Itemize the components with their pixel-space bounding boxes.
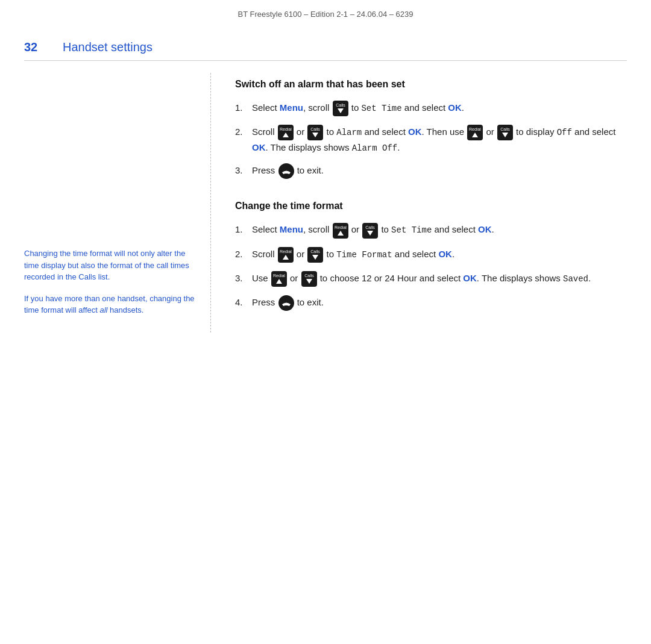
end-call-icon	[278, 295, 294, 311]
step-text: Scroll or to Time Format and select OK.	[252, 247, 627, 263]
step-2-3: 3. Use or to choose 12 or 24 Hour and se…	[235, 271, 627, 287]
step-num: 3.	[235, 163, 252, 178]
ok-keyword: OK	[463, 273, 477, 283]
step-text: Scroll or to Alarm and select OK. Then u…	[252, 125, 627, 155]
ok-keyword: OK	[478, 224, 492, 234]
subsection-change-time-format: Change the time format 1. Select Menu, s…	[235, 201, 627, 310]
step-text: Select Menu, scroll or to Set Time and s…	[252, 222, 627, 238]
step-2-2: 2. Scroll or to Time Format and select O…	[235, 247, 627, 263]
off-mono: Off	[557, 128, 572, 137]
step-text: Select Menu, scroll to Set Time and sele…	[252, 101, 627, 116]
page-layout: 32 Handset settings Changing the time fo…	[0, 23, 651, 333]
step-1-2: 2. Scroll or to Alarm and select OK. The…	[235, 125, 627, 155]
menu-keyword: Menu	[280, 102, 303, 113]
set-time-mono: Set Time	[391, 225, 432, 235]
step-num: 2.	[235, 125, 252, 139]
content-area: Changing the time format will not only a…	[24, 73, 627, 333]
calls-down-icon	[333, 101, 348, 116]
time-format-mono: Time Format	[336, 250, 392, 260]
step-2-4: 4. Press to exit.	[235, 295, 627, 311]
end-call-icon	[278, 163, 294, 179]
step-num: 3.	[235, 271, 252, 286]
calls-down-icon	[307, 247, 323, 263]
redial-up-icon	[333, 223, 348, 239]
step-1-1: 1. Select Menu, scroll to Set Time and s…	[235, 101, 627, 116]
step-2-1: 1. Select Menu, scroll or to Set Time an…	[235, 222, 627, 238]
main-content: Switch off an alarm that has been set 1.…	[211, 73, 627, 333]
section-header: 32 Handset settings	[24, 23, 627, 61]
step-num: 1.	[235, 222, 252, 237]
alarm-off-mono: Alarm Off	[352, 143, 398, 153]
ok-keyword: OK	[448, 102, 462, 113]
step-text: Press to exit.	[252, 295, 627, 311]
subsection-switch-off-alarm: Switch off an alarm that has been set 1.…	[235, 79, 627, 179]
subsection-2-title: Change the time format	[235, 201, 627, 211]
calls-down-icon	[362, 223, 378, 239]
step-num: 2.	[235, 247, 252, 261]
page-header: BT Freestyle 6100 – Edition 2-1 – 24.06.…	[0, 0, 651, 23]
sidebar: Changing the time format will not only a…	[24, 73, 211, 333]
section-number: 32	[24, 40, 48, 54]
redial-up-icon	[278, 247, 294, 263]
saved-mono: Saved	[563, 274, 588, 284]
sidebar-note-1: Changing the time format will not only a…	[24, 248, 198, 283]
ok-keyword: OK	[438, 249, 452, 259]
alarm-mono: Alarm	[336, 128, 362, 137]
section-title: Handset settings	[63, 40, 153, 54]
subsection-1-title: Switch off an alarm that has been set	[235, 79, 627, 90]
step-text: Press to exit.	[252, 163, 627, 179]
ok-keyword: OK	[408, 127, 422, 137]
step-text: Use or to choose 12 or 24 Hour and selec…	[252, 271, 627, 287]
calls-down-icon	[301, 271, 317, 287]
set-time-mono: Set Time	[361, 104, 401, 113]
step-1-3: 3. Press to exit.	[235, 163, 627, 179]
step-num: 1.	[235, 101, 252, 115]
step-num: 4.	[235, 295, 252, 310]
ok-keyword: OK	[252, 142, 266, 152]
calls-down-icon	[307, 125, 323, 140]
sidebar-note-2: If you have more than one handset, chang…	[24, 293, 198, 316]
sidebar-note-2-text: If you have more than one handset, chang…	[24, 294, 195, 315]
redial-up-icon	[271, 271, 287, 287]
calls-down-icon	[497, 125, 513, 140]
redial-up-icon	[467, 125, 483, 140]
redial-up-icon	[278, 125, 294, 140]
header-title: BT Freestyle 6100 – Edition 2-1 – 24.06.…	[237, 10, 413, 19]
menu-keyword: Menu	[280, 224, 303, 234]
